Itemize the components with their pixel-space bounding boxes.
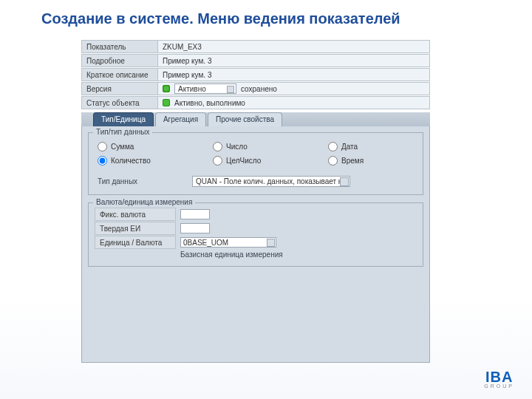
indicator-label: Показатель	[81, 40, 158, 53]
tab-aggregation[interactable]: Агрегация	[155, 112, 206, 126]
unit-currency-input[interactable]: 0BASE_UOM	[180, 237, 276, 248]
fixed-uom-input[interactable]	[180, 223, 210, 233]
slide-title: Создание в системе. Меню ведения показат…	[0, 0, 532, 36]
data-type-label: Тип данных	[98, 177, 186, 185]
radio-time[interactable]: Время	[328, 156, 409, 166]
radio-time-label: Время	[341, 157, 364, 165]
long-desc-value[interactable]: Пример кум. 3	[158, 54, 430, 67]
fixed-uom-label: Твердая ЕИ	[95, 222, 176, 235]
currency-group: Валюта/единица измерения Фикс. валюта Тв…	[88, 202, 423, 267]
version-label: Версия	[81, 82, 158, 95]
indicator-value[interactable]: ZKUM_EX3	[158, 40, 430, 53]
data-type-field[interactable]: QUAN - Поле колич. данных, показывает на	[192, 176, 350, 187]
radio-quantity-label: Количество	[111, 157, 151, 165]
currency-group-title: Валюта/единица измерения	[93, 198, 195, 206]
radio-number[interactable]: Число	[213, 142, 294, 151]
radio-integer[interactable]: ЦелЧисло	[213, 156, 294, 166]
fixed-currency-label: Фикс. валюта	[95, 208, 176, 221]
tab-other[interactable]: Прочие свойства	[208, 112, 282, 126]
short-desc-label: Краткое описание	[81, 68, 158, 81]
tab-type-unit[interactable]: Тип/Единица	[93, 112, 154, 126]
obj-status-value: Активно, выполнимо	[158, 96, 430, 109]
status-led-icon	[163, 85, 170, 92]
sap-panel: Показатель ZKUM_EX3 Подробное описание П…	[81, 40, 430, 363]
radio-sum[interactable]: Сумма	[98, 142, 179, 151]
version-value-cell: Активно сохранено	[158, 82, 430, 95]
radio-date[interactable]: Дата	[328, 142, 409, 151]
type-group: Тип/тип данных Сумма Число Дата Количест…	[88, 132, 423, 195]
unit-currency-desc: Базисная единица измерения	[95, 250, 417, 259]
logo-bottom: GROUP	[484, 383, 514, 389]
logo: IBA GROUP	[484, 370, 514, 389]
radio-integer-label: ЦелЧисло	[226, 157, 261, 165]
radio-quantity[interactable]: Количество	[98, 156, 179, 166]
radio-sum-label: Сумма	[111, 143, 134, 151]
logo-top: IBA	[484, 370, 514, 383]
fixed-currency-input[interactable]	[180, 209, 210, 219]
short-desc-value[interactable]: Пример кум. 3	[158, 68, 430, 81]
radio-date-label: Дата	[341, 143, 358, 151]
long-desc-label: Подробное описание	[81, 54, 158, 67]
type-radios: Сумма Число Дата Количество ЦелЧисло	[95, 137, 417, 170]
obj-status-text: Активно, выполнимо	[174, 98, 245, 108]
type-group-title: Тип/тип данных	[93, 128, 152, 136]
unit-currency-label: Единица / Валюта	[95, 236, 176, 249]
obj-status-label: Статус объекта	[81, 96, 158, 109]
tab-strip: Тип/Единица Агрегация Прочие свойства	[81, 112, 430, 126]
tab-body: Тип/тип данных Сумма Число Дата Количест…	[81, 126, 430, 363]
version-select[interactable]: Активно	[174, 83, 236, 94]
header-rows: Показатель ZKUM_EX3 Подробное описание П…	[81, 40, 430, 109]
radio-number-label: Число	[226, 143, 248, 151]
version-saved-text: сохранено	[241, 84, 277, 94]
obj-status-led-icon	[163, 99, 170, 106]
